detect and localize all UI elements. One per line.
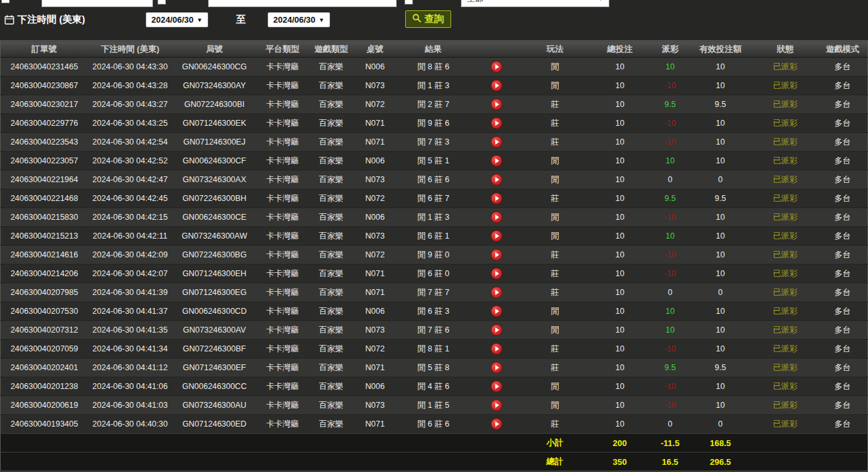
filter-input-1[interactable] — [41, 0, 153, 7]
replay-play-icon[interactable] — [491, 287, 502, 298]
cell-table-no: N006 — [354, 302, 396, 321]
replay-play-icon[interactable] — [491, 381, 502, 392]
cell-total-bet: 10 — [587, 171, 652, 189]
cell-valid-bet: 10 — [688, 246, 753, 265]
subtotal-valid-bet: 168.5 — [688, 434, 753, 453]
cell-order: 240630040201238 — [1, 377, 88, 396]
replay-play-icon[interactable] — [491, 231, 502, 241]
cell-payout: 10 — [652, 321, 688, 340]
cell-payout: 10 — [652, 58, 688, 77]
cell-payout: -10 — [652, 396, 688, 415]
cell-play: 閒 — [522, 58, 587, 77]
cell-table-no: N073 — [354, 321, 396, 340]
filter-checkbox-3[interactable] — [405, 0, 413, 5]
cell-replay — [471, 265, 522, 283]
subtotal-payout: -11.5 — [652, 434, 688, 453]
cell-result: 閒 5 莊 8 — [396, 359, 471, 377]
cell-result: 閒 2 莊 7 — [396, 95, 471, 114]
cell-replay — [471, 227, 522, 246]
filter-checkbox-2[interactable] — [158, 0, 166, 5]
replay-play-icon[interactable] — [491, 419, 502, 429]
cell-replay — [471, 171, 522, 189]
cell-table-no: N071 — [354, 359, 396, 377]
cell-valid-bet: 9.5 — [688, 95, 753, 114]
cell-status: 已派彩 — [753, 95, 817, 114]
cell-result: 閒 6 莊 7 — [396, 189, 471, 208]
replay-play-icon[interactable] — [491, 306, 502, 316]
to-label: 至 — [236, 14, 246, 26]
cell-table-no: N072 — [354, 246, 396, 265]
replay-play-icon[interactable] — [491, 174, 502, 185]
date-from-button[interactable]: 2024/06/30 — [146, 12, 208, 27]
cell-status: 已派彩 — [753, 152, 817, 171]
cell-round: GN006246300CD — [172, 302, 257, 321]
cell-status: 已派彩 — [753, 114, 817, 133]
calendar-icon — [5, 15, 14, 27]
cell-result: 閒 1 莊 3 — [396, 77, 471, 95]
cell-game: 百家樂 — [309, 95, 354, 114]
record-row: 2406300402308672024-06-30 04:43:28GN0732… — [1, 77, 868, 95]
cell-play: 閒 — [522, 321, 587, 340]
query-button[interactable]: 查詢 — [405, 10, 451, 28]
cell-game: 百家樂 — [309, 321, 354, 340]
cell-platform: 卡卡灣廳 — [257, 340, 309, 359]
replay-play-icon[interactable] — [491, 118, 502, 128]
header-round-no: 局號 — [172, 41, 257, 58]
cell-mode: 多台 — [817, 377, 867, 396]
cell-play: 閒 — [522, 152, 587, 171]
header-bet-time: 下注時間 (美東) — [88, 41, 172, 58]
cell-game: 百家樂 — [309, 302, 354, 321]
filter-select[interactable]: 全部 — [461, 0, 609, 7]
replay-play-icon[interactable] — [491, 362, 502, 373]
cell-platform: 卡卡灣廳 — [257, 283, 309, 302]
chevron-down-icon — [598, 0, 604, 2]
cell-table-no: N006 — [354, 58, 396, 77]
replay-play-icon[interactable] — [491, 344, 502, 354]
replay-play-icon[interactable] — [491, 212, 502, 222]
cell-play: 閒 — [522, 208, 587, 227]
cell-valid-bet: 9.5 — [688, 189, 753, 208]
cell-replay — [471, 58, 522, 77]
cell-time: 2024-06-30 04:43:30 — [88, 58, 172, 77]
replay-play-icon[interactable] — [491, 99, 502, 110]
record-row: 2406300401934052024-06-30 04:40:30GN0712… — [1, 415, 868, 434]
records-table: 訂單號 下注時間 (美東) 局號 平台類型 遊戲類型 桌號 結果 玩法 總投注 … — [0, 40, 868, 471]
cell-valid-bet: 10 — [688, 377, 753, 396]
cell-round: GN071246300EF — [172, 359, 257, 377]
cell-game: 百家樂 — [309, 227, 354, 246]
replay-play-icon[interactable] — [491, 137, 502, 147]
cell-game: 百家樂 — [309, 340, 354, 359]
record-row: 2406300402075302024-06-30 04:41:37GN0062… — [1, 302, 868, 321]
replay-play-icon[interactable] — [491, 325, 502, 335]
cell-mode: 多台 — [817, 359, 867, 377]
header-result: 結果 — [396, 41, 471, 58]
cell-valid-bet: 10 — [688, 396, 753, 415]
record-row: 2406300402006192024-06-30 04:41:03GN0732… — [1, 396, 868, 415]
cell-order: 240630040221964 — [1, 171, 88, 189]
replay-play-icon[interactable] — [491, 80, 502, 91]
replay-play-icon[interactable] — [491, 268, 502, 279]
replay-play-icon[interactable] — [491, 156, 502, 166]
cell-time: 2024-06-30 04:42:07 — [88, 265, 172, 283]
replay-play-icon[interactable] — [491, 193, 502, 204]
cell-replay — [471, 77, 522, 95]
cell-valid-bet: 10 — [688, 340, 753, 359]
cell-total-bet: 10 — [587, 283, 652, 302]
filter-input-2[interactable] — [208, 0, 397, 7]
replay-play-icon[interactable] — [491, 250, 502, 260]
cell-play: 莊 — [522, 114, 587, 133]
cell-total-bet: 10 — [587, 377, 652, 396]
record-row: 2406300402314652024-06-30 04:43:30GN0062… — [1, 58, 868, 77]
cell-valid-bet: 0 — [688, 283, 753, 302]
cell-status: 已派彩 — [753, 133, 817, 152]
date-to-button[interactable]: 2024/06/30 — [268, 12, 330, 27]
cell-result: 閒 1 莊 3 — [396, 208, 471, 227]
header-game-mode: 遊戲模式 — [817, 41, 867, 58]
cell-time: 2024-06-30 04:41:12 — [88, 359, 172, 377]
cell-status: 已派彩 — [753, 415, 817, 434]
replay-play-icon[interactable] — [491, 400, 502, 410]
cell-total-bet: 10 — [587, 359, 652, 377]
cell-play: 莊 — [522, 95, 587, 114]
replay-play-icon[interactable] — [491, 62, 502, 72]
filter-checkbox-1[interactable] — [1, 0, 10, 3]
